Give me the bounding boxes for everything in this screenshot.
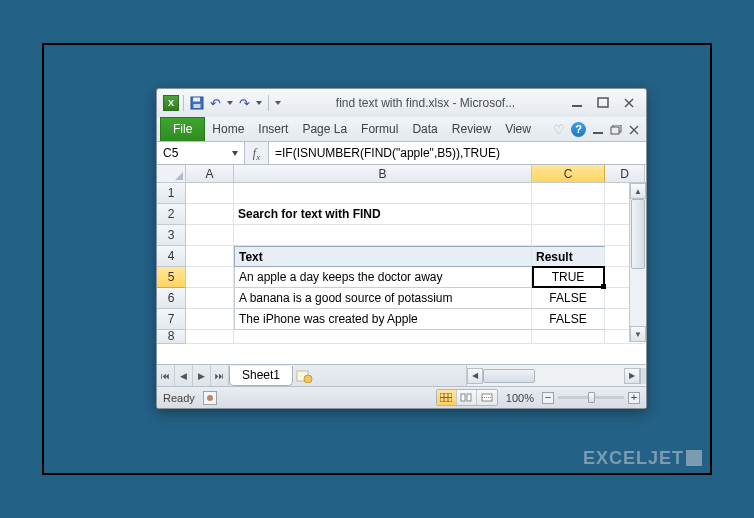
fx-button[interactable]: fx	[245, 142, 269, 164]
scroll-right-button[interactable]: ▶	[624, 368, 640, 384]
cell[interactable]	[186, 288, 234, 309]
tab-home[interactable]: Home	[205, 117, 251, 141]
scroll-left-button[interactable]: ◀	[467, 368, 483, 384]
zoom-slider-knob[interactable]	[588, 392, 595, 403]
svg-rect-1	[193, 98, 200, 102]
status-ready: Ready	[163, 392, 195, 404]
svg-rect-2	[194, 104, 201, 108]
view-normal-button[interactable]	[437, 390, 457, 405]
zoom-level[interactable]: 100%	[506, 392, 534, 404]
cell[interactable]	[186, 330, 234, 344]
zoom-control: − +	[542, 392, 640, 404]
col-header-a[interactable]: A	[186, 165, 234, 182]
tab-review[interactable]: Review	[445, 117, 498, 141]
workbook-restore-icon[interactable]	[610, 124, 622, 134]
heart-icon[interactable]: ♡	[553, 122, 565, 137]
cell[interactable]	[186, 309, 234, 330]
view-page-layout-button[interactable]	[457, 390, 477, 405]
formula-input[interactable]: =IF(ISNUMBER(FIND("apple",B5)),TRUE)	[269, 142, 646, 164]
row-header[interactable]: 5	[157, 267, 186, 288]
svg-rect-19	[467, 394, 471, 401]
vertical-scrollbar[interactable]: ▲ ▼	[629, 183, 646, 342]
minimize-button[interactable]	[570, 97, 584, 109]
scroll-down-button[interactable]: ▼	[630, 326, 646, 342]
maximize-button[interactable]	[596, 97, 610, 109]
hscroll-thumb[interactable]	[483, 369, 535, 383]
ribbon-tabs: File Home Insert Page La Formul Data Rev…	[157, 117, 646, 142]
svg-rect-18	[461, 394, 465, 401]
col-header-b[interactable]: B	[234, 165, 532, 182]
col-header-d[interactable]: D	[605, 165, 645, 182]
quick-access-toolbar: ↶ ↷	[183, 95, 281, 111]
cell[interactable]	[532, 183, 605, 204]
row-header[interactable]: 6	[157, 288, 186, 309]
close-button[interactable]	[622, 97, 636, 109]
col-header-c[interactable]: C	[532, 165, 605, 182]
hscroll-split-handle[interactable]	[640, 368, 646, 384]
cell[interactable]	[186, 225, 234, 246]
tab-page-layout[interactable]: Page La	[295, 117, 354, 141]
vscroll-thumb[interactable]	[631, 199, 645, 269]
table-cell-text[interactable]: A banana is a good source of potassium	[234, 288, 532, 309]
cell[interactable]	[186, 246, 234, 267]
redo-dropdown-icon[interactable]	[256, 101, 262, 105]
view-buttons	[436, 389, 498, 406]
cell[interactable]	[186, 204, 234, 225]
undo-dropdown-icon[interactable]	[227, 101, 233, 105]
help-icon[interactable]: ?	[571, 122, 586, 137]
row-header[interactable]: 7	[157, 309, 186, 330]
cell[interactable]	[532, 330, 605, 344]
scroll-up-button[interactable]: ▲	[630, 183, 646, 199]
name-box[interactable]: C5	[157, 142, 245, 164]
horizontal-scrollbar[interactable]: ◀ ▶	[466, 365, 646, 386]
file-tab[interactable]: File	[160, 117, 205, 141]
row-header[interactable]: 1	[157, 183, 186, 204]
tab-formulas[interactable]: Formul	[354, 117, 405, 141]
row-header[interactable]: 2	[157, 204, 186, 225]
zoom-in-button[interactable]: +	[628, 392, 640, 404]
save-icon[interactable]	[190, 96, 204, 110]
cell[interactable]	[532, 225, 605, 246]
select-all-corner[interactable]	[157, 165, 186, 182]
cell[interactable]	[186, 267, 234, 288]
table-cell-result[interactable]: FALSE	[532, 288, 605, 309]
sheet-nav-prev[interactable]: ◀	[175, 365, 193, 386]
title-bar: X ↶ ↷ find text with find.xlsx - Microso…	[157, 89, 646, 117]
tab-insert[interactable]: Insert	[251, 117, 295, 141]
excel-app-icon: X	[163, 95, 179, 111]
redo-icon[interactable]: ↷	[239, 97, 250, 110]
table-cell-result[interactable]: FALSE	[532, 309, 605, 330]
sheet-nav-next[interactable]: ▶	[193, 365, 211, 386]
tab-data[interactable]: Data	[405, 117, 444, 141]
zoom-slider[interactable]	[558, 396, 624, 399]
ribbon-minimize-icon[interactable]	[592, 124, 604, 134]
table-cell-result[interactable]: TRUE	[532, 267, 605, 288]
row-header[interactable]: 8	[157, 330, 186, 344]
new-sheet-button[interactable]	[293, 365, 315, 386]
row-header[interactable]: 4	[157, 246, 186, 267]
cell-title[interactable]: Search for text with FIND	[234, 204, 532, 225]
cell[interactable]	[234, 183, 532, 204]
sheet-nav-first[interactable]: ⏮	[157, 365, 175, 386]
sheet-nav-last[interactable]: ⏭	[211, 365, 229, 386]
view-page-break-button[interactable]	[477, 390, 497, 405]
table-header-result[interactable]: Result	[532, 246, 605, 267]
workbook-close-icon[interactable]	[628, 124, 640, 134]
sheet-tab-sheet1[interactable]: Sheet1	[229, 366, 293, 386]
table-cell-text[interactable]: An apple a day keeps the doctor away	[234, 267, 532, 288]
cell[interactable]	[234, 225, 532, 246]
macro-record-icon[interactable]	[203, 391, 217, 405]
worksheet-grid[interactable]: A B C D 1 2Search for text with FIND 3 4…	[157, 165, 646, 364]
row-header[interactable]: 3	[157, 225, 186, 246]
table-header-text[interactable]: Text	[234, 246, 532, 267]
window-title: find text with find.xlsx - Microsof...	[281, 96, 570, 110]
cell[interactable]	[234, 330, 532, 344]
cell[interactable]	[186, 183, 234, 204]
table-cell-text[interactable]: The iPhone was created by Apple	[234, 309, 532, 330]
undo-icon[interactable]: ↶	[210, 97, 221, 110]
cell[interactable]	[532, 204, 605, 225]
zoom-out-button[interactable]: −	[542, 392, 554, 404]
svg-rect-4	[598, 98, 608, 107]
tab-view[interactable]: View	[498, 117, 538, 141]
name-box-dropdown-icon[interactable]	[232, 151, 238, 156]
